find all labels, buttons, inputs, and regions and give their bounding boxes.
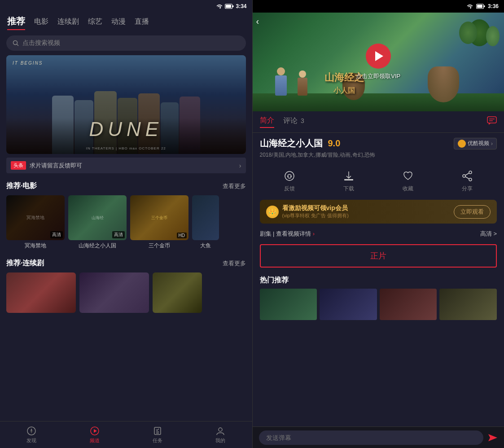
svg-rect-17 [487, 117, 496, 123]
feedback-btn[interactable]: 反馈 [282, 169, 297, 193]
svg-rect-16 [477, 5, 482, 8]
right-battery-icon [476, 4, 485, 9]
nav-discover[interactable]: 发现 [26, 426, 37, 444]
search-placeholder: 点击搜索视频 [22, 39, 60, 47]
hero-tagline: IT BEGINS [13, 61, 43, 66]
news-arrow-icon: › [239, 162, 241, 169]
nav-task-label: 任务 [153, 437, 162, 444]
vip-watch-button[interactable]: 立即观看 [454, 205, 491, 219]
nav-channel-label: 频道 [90, 437, 100, 444]
movie-card-1[interactable]: 冥海禁地 高清 冥海禁地 [6, 195, 65, 250]
svg-line-30 [465, 177, 469, 179]
tab-comments[interactable]: 评论 3 [283, 116, 304, 127]
search-bar[interactable]: 点击搜索视频 [6, 35, 246, 51]
user-icon [215, 426, 226, 436]
episode-text[interactable]: 剧集 | 查看视频详情 › [260, 230, 315, 238]
hot-item-2[interactable] [320, 289, 377, 320]
svg-rect-1 [232, 5, 234, 7]
svg-point-26 [469, 171, 472, 174]
bottom-nav: 发现 频道 任务 [0, 421, 252, 448]
svg-point-28 [469, 178, 472, 181]
right-panel: 3:36 [253, 0, 504, 448]
collect-label: 收藏 [403, 185, 413, 193]
movie-meta: 2018/美国,内地,加拿大,挪威/冒险,动画,奇幻,恐怖 [260, 151, 497, 159]
nav-channel[interactable]: 频道 [89, 426, 100, 444]
danmaku-input[interactable] [259, 430, 484, 445]
tab-movie[interactable]: 电影 [34, 17, 48, 28]
series-more[interactable]: 查看更多 [223, 259, 246, 268]
movies-title: 推荐·电影 [6, 181, 37, 191]
back-button[interactable]: ‹ [256, 16, 259, 26]
svg-rect-15 [484, 5, 485, 7]
send-button[interactable] [488, 434, 498, 442]
play-triangle-icon [375, 51, 383, 61]
hot-title: 热门推荐 [260, 276, 497, 285]
hot-item-1[interactable] [260, 289, 317, 320]
movie-card-2[interactable]: 山海经 高清 山海经之小人国 [68, 195, 127, 250]
svg-point-13 [219, 428, 222, 431]
movies-more[interactable]: 查看更多 [223, 182, 246, 190]
nav-profile[interactable]: 我的 [215, 426, 226, 444]
news-badge: 头条 [11, 161, 26, 170]
vip-main-text: 看激励视频可领vip会员 [282, 204, 451, 212]
series-grid [0, 271, 252, 313]
movie-card-4[interactable]: 大鱼 [192, 195, 219, 250]
hot-item-3[interactable] [380, 289, 437, 320]
hero-logo: DUNE [89, 118, 163, 141]
left-time: 3:34 [236, 3, 246, 9]
nav-task[interactable]: 任务 [152, 426, 163, 444]
vip-banner-text: 看激励视频可领vip会员 (vip尊享特权 免广告 值得拥有) [282, 204, 451, 219]
wifi-icon [216, 4, 223, 9]
tab-recommend[interactable]: 推荐 [7, 15, 25, 30]
right-status-bar: 3:36 [253, 0, 504, 13]
left-status-bar: 3:34 [0, 0, 252, 13]
news-ticker[interactable]: 头条 求片请留言反馈即可 › [6, 158, 246, 173]
movie-rating: 9.0 [328, 138, 341, 149]
chat-icon[interactable] [487, 116, 497, 127]
movie-card-3[interactable]: 三个金币 HD 三个金币 [130, 195, 188, 250]
hero-bottom-text: IN THEATERS | HBO max OCTOBER 22 [86, 146, 166, 150]
series-card-3[interactable] [153, 272, 202, 313]
movie-info: 山海经之小人国 9.0 优酷视频 › 2018/美国,内地,加拿大,挪威/冒险,… [253, 133, 504, 163]
tab-variety[interactable]: 综艺 [88, 17, 102, 28]
movie-grid: 冥海禁地 高清 冥海禁地 山海经 高清 山海经之小人国 [0, 193, 252, 254]
video-player[interactable]: 山海经之 小人国 点击立即领取VIP ‹ [253, 13, 504, 111]
quality-badge-1: 高清 [50, 231, 63, 238]
video-overlay[interactable]: 点击立即领取VIP [253, 13, 504, 111]
hero-banner[interactable]: IT BEGINS DUNE IN THEATERS | HBO max OCT… [6, 55, 246, 154]
hot-section: 热门推荐 [253, 274, 504, 324]
vip-banner[interactable]: 👑 看激励视频可领vip会员 (vip尊享特权 免广告 值得拥有) 立即观看 [260, 200, 497, 224]
movie-title-2: 山海经之小人国 [68, 242, 127, 250]
play-icon [89, 426, 100, 436]
series-section-header: 推荐·连续剧 查看更多 [0, 254, 252, 271]
platform-badge[interactable]: 优酷视频 › [454, 138, 497, 149]
svg-point-27 [463, 175, 465, 177]
main-play-button[interactable]: 正片 [260, 244, 497, 268]
danmaku-bar [253, 426, 504, 448]
svg-point-21 [285, 171, 294, 180]
tab-live[interactable]: 直播 [135, 17, 149, 28]
status-icons: 3:34 [216, 3, 246, 9]
play-button[interactable] [366, 44, 391, 69]
svg-line-4 [17, 44, 19, 46]
left-panel: 3:34 推荐 电影 连续剧 综艺 动漫 直播 点击搜索视频 IT BEGINS [0, 0, 252, 448]
collect-btn[interactable]: 收藏 [401, 169, 415, 193]
nav-profile-label: 我的 [215, 437, 225, 444]
svg-point-22 [287, 176, 288, 177]
series-card-2[interactable] [79, 272, 149, 313]
tab-series[interactable]: 连续剧 [57, 17, 79, 28]
hot-item-4[interactable] [439, 289, 497, 320]
heart-icon [401, 169, 415, 183]
tab-anime[interactable]: 动漫 [111, 17, 126, 28]
nav-tabs: 推荐 电影 连续剧 综艺 动漫 直播 [0, 13, 252, 34]
platform-icon [458, 140, 466, 148]
quality-text[interactable]: 高清 > [480, 230, 497, 238]
share-btn[interactable]: 分享 [460, 169, 474, 193]
series-card-1[interactable] [6, 272, 76, 313]
platform-arrow-icon: › [491, 141, 493, 147]
tab-synopsis[interactable]: 简介 [260, 116, 274, 128]
svg-rect-2 [226, 5, 231, 8]
hot-grid [260, 289, 497, 320]
download-btn[interactable]: 下载 [342, 169, 356, 193]
action-buttons: 反馈 下载 收藏 [253, 163, 504, 198]
